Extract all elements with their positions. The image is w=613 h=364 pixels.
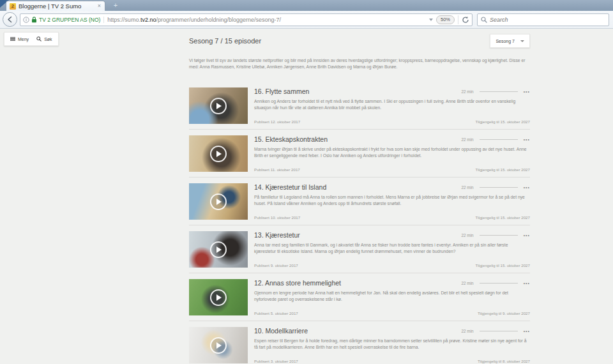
- season-dropdown-label: Sesong 7: [496, 39, 515, 43]
- season-dropdown[interactable]: Sesong 7: [490, 34, 530, 48]
- episode-available: Tilgjengelig til 9. oktober 2027: [478, 311, 530, 315]
- episode-progress-bar: [480, 235, 518, 236]
- episode-thumbnail[interactable]: [189, 327, 248, 363]
- episode-row: 13. Kjærestetur 22 min ••• Anna tar med …: [189, 228, 530, 273]
- episode-duration: 22 min: [461, 185, 473, 190]
- episode-description: Marna tvinger Ørjan til å skrive under p…: [254, 146, 530, 167]
- reload-icon[interactable]: [462, 16, 469, 24]
- padlock-icon: [31, 17, 37, 23]
- menu-button[interactable]: Meny: [10, 37, 29, 42]
- episode-published: Publisert 3. oktober 2017: [254, 359, 298, 363]
- episode-published: Publisert 12. oktober 2017: [254, 119, 300, 124]
- site-search-label: Søk: [44, 37, 52, 42]
- menu-label: Meny: [18, 37, 29, 42]
- navigation-toolbar: TV 2 GRUPPEN AS (NO) https://sumo.tv2.no…: [0, 11, 613, 29]
- series-description: Vi følger livet til syv av landets størs…: [189, 57, 530, 70]
- episode-published: Publisert 10. oktober 2017: [254, 215, 300, 220]
- episode-row: 16. Flytte sammen 22 min ••• Anniken og …: [189, 84, 530, 130]
- urlbar-dropdown-icon[interactable]: [429, 19, 433, 21]
- episode-progress-bar: [480, 91, 518, 92]
- play-icon: [210, 146, 227, 162]
- play-icon: [210, 98, 227, 114]
- play-icon: [210, 289, 227, 306]
- episode-duration: 22 min: [461, 89, 473, 94]
- episode-thumbnail[interactable]: [189, 87, 248, 124]
- play-icon: [210, 337, 227, 354]
- episode-title[interactable]: 14. Kjærestetur til Island: [254, 183, 461, 191]
- episodes-section: Sesong 7 / 15 episoder Sesong 7 Vi følge…: [189, 33, 530, 364]
- episode-available: Tilgjengelig til 8. oktober 2027: [478, 359, 530, 363]
- back-button[interactable]: [3, 12, 17, 27]
- episode-duration: 22 min: [461, 281, 473, 285]
- episode-published: Publisert 9. oktober 2017: [254, 263, 298, 268]
- episode-progress-bar: [480, 331, 518, 331]
- episode-thumbnail[interactable]: [189, 231, 248, 268]
- episode-thumbnail[interactable]: [189, 183, 248, 220]
- site-menu-box: Meny Søk: [4, 32, 59, 46]
- url-bar[interactable]: TV 2 GRUPPEN AS (NO) https://sumo.tv2.no…: [20, 13, 473, 26]
- episode-available: Tilgjengelig til 15. oktober 2027: [476, 263, 530, 268]
- page-content: Meny Søk Sesong 7 / 15 episoder Sesong 7…: [0, 29, 613, 364]
- site-search-button[interactable]: Søk: [36, 36, 52, 42]
- site-favicon-icon: 2: [10, 3, 16, 10]
- zoom-indicator[interactable]: 50%: [436, 15, 455, 25]
- episode-description: På familietur til Legoland må Anna ta ro…: [254, 194, 530, 215]
- more-options-button[interactable]: •••: [524, 329, 530, 333]
- episode-description: Anna tar med seg familien til Danmark, o…: [254, 242, 530, 263]
- episode-row: 15. Ekteskapskontrakten 22 min ••• Marna…: [189, 132, 530, 178]
- episode-row: 10. Modellkarriere 22 min ••• Espen reis…: [189, 324, 530, 364]
- more-options-button[interactable]: •••: [524, 233, 530, 238]
- url-domain: tv2.no: [140, 17, 156, 23]
- more-options-button[interactable]: •••: [524, 185, 530, 190]
- episode-title[interactable]: 12. Annas store hemmelighet: [254, 279, 461, 287]
- more-options-button[interactable]: •••: [524, 137, 530, 142]
- browser-window: 2 Bloggerne | TV 2 Sumo × + TV 2 GRUPPEN…: [0, 0, 613, 364]
- more-options-button[interactable]: •••: [524, 89, 530, 94]
- episode-duration: 22 min: [461, 329, 473, 333]
- episode-title[interactable]: 16. Flytte sammen: [254, 87, 461, 95]
- url-text[interactable]: https://sumo.tv2.no/programmer/underhold…: [107, 17, 427, 23]
- episode-published: Publisert 5. oktober 2017: [254, 311, 298, 315]
- episode-title[interactable]: 15. Ekteskapskontrakten: [254, 135, 461, 143]
- episode-available: Tilgjengelig til 15. oktober 2027: [476, 215, 530, 220]
- episode-title[interactable]: 13. Kjærestetur: [254, 231, 461, 239]
- play-icon: [210, 193, 227, 210]
- site-identity[interactable]: TV 2 GRUPPEN AS (NO): [23, 17, 104, 23]
- episode-duration: 22 min: [461, 137, 473, 142]
- episode-title[interactable]: 10. Modellkarriere: [254, 327, 461, 335]
- url-prefix: https://sumo.: [107, 17, 140, 23]
- episode-progress-bar: [480, 187, 518, 188]
- episode-available: Tilgjengelig til 15. oktober 2027: [476, 167, 530, 172]
- more-options-button[interactable]: •••: [524, 281, 530, 285]
- episode-thumbnail[interactable]: [189, 135, 248, 172]
- identity-label: TV 2 GRUPPEN AS (NO): [39, 17, 100, 23]
- episode-row: 14. Kjærestetur til Island 22 min ••• På…: [189, 180, 530, 225]
- season-header: Sesong 7 / 15 episoder: [189, 37, 261, 45]
- episode-progress-bar: [480, 139, 518, 140]
- hamburger-icon: [10, 37, 15, 42]
- search-icon: [481, 17, 487, 23]
- chevron-down-icon: [520, 40, 524, 42]
- browser-tab[interactable]: 2 Bloggerne | TV 2 Sumo ×: [6, 1, 105, 11]
- episode-thumbnail[interactable]: [189, 279, 248, 315]
- episode-description: Anniken og Anders tar forholdet til et n…: [254, 98, 530, 119]
- episode-row: 12. Annas store hemmelighet 22 min ••• G…: [189, 276, 530, 321]
- search-input[interactable]: [490, 17, 605, 23]
- url-path: /programmer/underholdning/bloggerne/seso…: [156, 17, 281, 23]
- new-tab-button[interactable]: +: [109, 1, 123, 10]
- urlbar-separator: [458, 15, 458, 24]
- info-icon[interactable]: [23, 17, 29, 23]
- site-search-icon: [36, 36, 42, 42]
- back-arrow-icon: [6, 16, 13, 23]
- tab-bar: 2 Bloggerne | TV 2 Sumo × +: [0, 0, 613, 11]
- tab-title: Bloggerne | TV 2 Sumo: [19, 3, 95, 10]
- episode-progress-bar: [480, 283, 518, 284]
- episode-published: Publisert 11. oktober 2017: [254, 167, 300, 172]
- episode-description: Gjennom en lengre periode har Anna hatt …: [254, 290, 530, 311]
- episode-description: Espen reiser til Bergen for å holde fore…: [254, 338, 530, 359]
- browser-search-box[interactable]: [477, 13, 609, 26]
- episode-duration: 22 min: [461, 233, 473, 238]
- episode-list: 16. Flytte sammen 22 min ••• Anniken og …: [189, 84, 530, 364]
- episode-available: Tilgjengelig til 15. oktober 2027: [476, 119, 530, 124]
- tab-close-icon[interactable]: ×: [97, 3, 102, 9]
